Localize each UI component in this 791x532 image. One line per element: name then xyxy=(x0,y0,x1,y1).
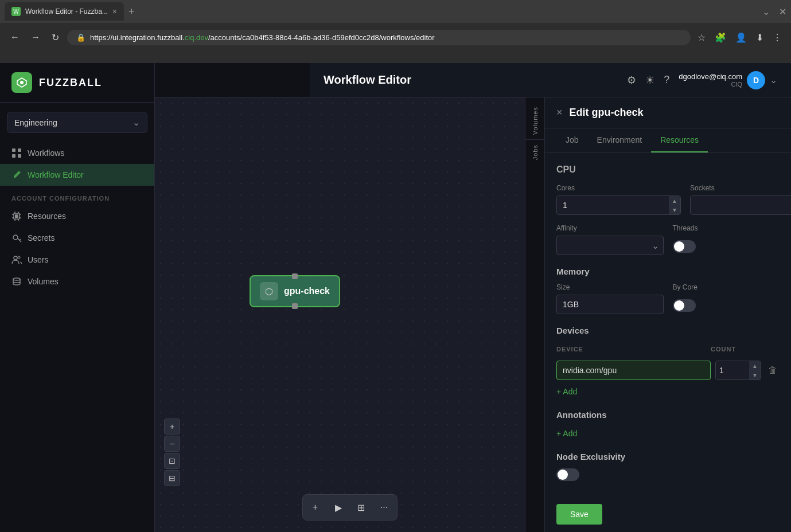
zoom-fit-button[interactable]: ⊡ xyxy=(164,453,180,469)
cores-spin-down[interactable]: ▼ xyxy=(669,205,680,214)
svg-point-20 xyxy=(18,256,20,259)
device-count-spin-down[interactable]: ▼ xyxy=(749,370,761,380)
db-icon xyxy=(11,276,22,287)
users-icon xyxy=(11,255,22,265)
sidebar-item-workflow-editor-label: Workflow Editor xyxy=(28,170,84,179)
browser-close-icon[interactable]: ✕ xyxy=(779,6,786,17)
by-core-toggle[interactable] xyxy=(673,299,696,312)
forward-button[interactable]: → xyxy=(28,30,44,45)
side-strips: Volumes Jobs xyxy=(525,97,544,532)
panel-tabs: Job Environment Resources xyxy=(545,128,791,153)
strip-jobs-tab[interactable]: Jobs xyxy=(525,140,544,165)
size-label: Size xyxy=(556,283,664,291)
sockets-input[interactable] xyxy=(691,196,791,214)
cores-label: Cores xyxy=(556,184,681,192)
account-config-label: ACCOUNT CONFIGURATION xyxy=(0,186,154,205)
sidebar-item-users-label: Users xyxy=(28,255,49,264)
size-input[interactable] xyxy=(556,295,664,314)
strip-jobs-label: Jobs xyxy=(532,144,539,160)
threads-toggle-wrap xyxy=(673,236,780,253)
logo-text: FUZZBALL xyxy=(39,77,102,89)
table-row: ▲ ▼ 🗑 xyxy=(556,361,780,380)
workflow-canvas[interactable]: ⬡ gpu-check Volumes Jobs xyxy=(155,97,544,532)
user-menu[interactable]: dgodlove@ciq.com CIQ D ⌄ xyxy=(679,71,777,89)
workspace-chevron-icon: ⌄ xyxy=(133,117,140,128)
account-icon[interactable]: 👤 xyxy=(733,30,749,45)
user-org: CIQ xyxy=(679,81,742,88)
affinity-label: Affinity xyxy=(556,224,664,232)
sidebar-item-workflows[interactable]: Workflows xyxy=(0,142,154,164)
tab-environment[interactable]: Environment xyxy=(588,128,652,152)
sidebar-item-users[interactable]: Users xyxy=(0,249,154,271)
canvas-add-button[interactable]: + xyxy=(305,497,326,518)
threads-toggle[interactable] xyxy=(673,240,696,253)
cores-input[interactable] xyxy=(557,196,669,214)
download-icon[interactable]: ⬇ xyxy=(754,30,766,45)
workspace-selector[interactable]: Engineering ⌄ xyxy=(7,112,147,133)
node-exclusivity-toggle[interactable] xyxy=(556,468,579,481)
sidebar-item-workflow-editor[interactable]: Workflow Editor xyxy=(0,164,154,186)
device-count-input[interactable] xyxy=(716,361,749,380)
help-icon[interactable]: ? xyxy=(664,74,669,86)
browser-tab[interactable]: W Workflow Editor - Fuzzba... × xyxy=(5,2,124,21)
svg-rect-5 xyxy=(18,154,21,158)
device-count-spin-up[interactable]: ▲ xyxy=(749,361,761,370)
devices-table: DEVICE COUNT ▲ ▼ xyxy=(556,342,780,380)
reload-button[interactable]: ↻ xyxy=(48,30,63,45)
zoom-out-button[interactable]: − xyxy=(164,436,180,452)
node-exclusivity-title: Node Exclusivity xyxy=(556,452,780,461)
tab-resources[interactable]: Resources xyxy=(651,128,708,152)
workflow-node-gpu-check[interactable]: ⬡ gpu-check xyxy=(250,275,340,307)
back-button[interactable]: ← xyxy=(7,30,23,45)
cores-spin-up[interactable]: ▲ xyxy=(669,196,680,205)
device-input[interactable] xyxy=(556,361,711,380)
sidebar-item-resources[interactable]: Resources xyxy=(0,205,154,227)
tab-close-icon[interactable]: × xyxy=(112,7,117,16)
memory-section-title: Memory xyxy=(556,267,780,276)
svg-line-18 xyxy=(20,239,21,240)
tab-job[interactable]: Job xyxy=(556,128,588,152)
sockets-input-wrap: ▲ ▼ xyxy=(690,195,791,215)
sidebar-item-volumes-label: Volumes xyxy=(28,277,59,286)
sidebar-item-volumes[interactable]: Volumes xyxy=(0,271,154,292)
add-annotation-button[interactable]: + Add xyxy=(556,427,577,440)
cpu-icon xyxy=(11,211,22,221)
zoom-in-button[interactable]: + xyxy=(164,418,180,435)
svg-rect-2 xyxy=(12,148,15,152)
panel-close-button[interactable]: × xyxy=(556,107,563,119)
zoom-controls: + − ⊡ ⊟ xyxy=(164,418,180,486)
affinity-select[interactable] xyxy=(556,236,664,255)
node-handle-bottom xyxy=(292,303,298,309)
menu-icon[interactable]: ⋮ xyxy=(770,30,784,45)
save-button[interactable]: Save xyxy=(556,504,602,525)
user-chevron-icon: ⌄ xyxy=(770,75,777,85)
svg-rect-4 xyxy=(12,154,15,158)
add-device-button[interactable]: + Add xyxy=(556,385,577,398)
settings-icon[interactable]: ⚙ xyxy=(627,74,636,87)
node-handle-top xyxy=(292,273,298,279)
sidebar-item-secrets[interactable]: Secrets xyxy=(0,227,154,249)
avatar: D xyxy=(747,71,765,89)
svg-point-21 xyxy=(13,278,20,280)
device-col-header: DEVICE xyxy=(556,346,711,353)
cores-input-wrap: ▲ ▼ xyxy=(556,195,681,215)
user-email: dgodlove@ciq.com xyxy=(679,72,742,81)
address-bar[interactable]: 🔒 https://ui.integration.fuzzball.ciq.de… xyxy=(67,30,691,45)
strip-volumes-tab[interactable]: Volumes xyxy=(525,102,544,140)
canvas-grid-button[interactable]: ⊞ xyxy=(351,497,372,518)
svg-rect-3 xyxy=(18,148,21,152)
zoom-lock-button[interactable]: ⊟ xyxy=(164,470,180,486)
svg-point-1 xyxy=(20,81,24,84)
node-label: gpu-check xyxy=(284,286,330,296)
panel-title: Edit gpu-check xyxy=(570,107,644,119)
device-count-wrap: ▲ ▼ xyxy=(715,361,761,380)
threads-label: Threads xyxy=(673,224,780,232)
extensions-icon[interactable]: 🧩 xyxy=(712,30,728,45)
canvas-run-button[interactable]: ▶ xyxy=(328,497,349,518)
new-tab-button[interactable]: + xyxy=(126,3,137,20)
theme-icon[interactable]: ☀ xyxy=(645,74,654,87)
bookmark-icon[interactable]: ☆ xyxy=(695,30,708,45)
device-delete-button[interactable]: 🗑 xyxy=(766,363,780,378)
sidebar-item-workflows-label: Workflows xyxy=(28,148,64,158)
canvas-more-button[interactable]: ··· xyxy=(374,497,395,518)
